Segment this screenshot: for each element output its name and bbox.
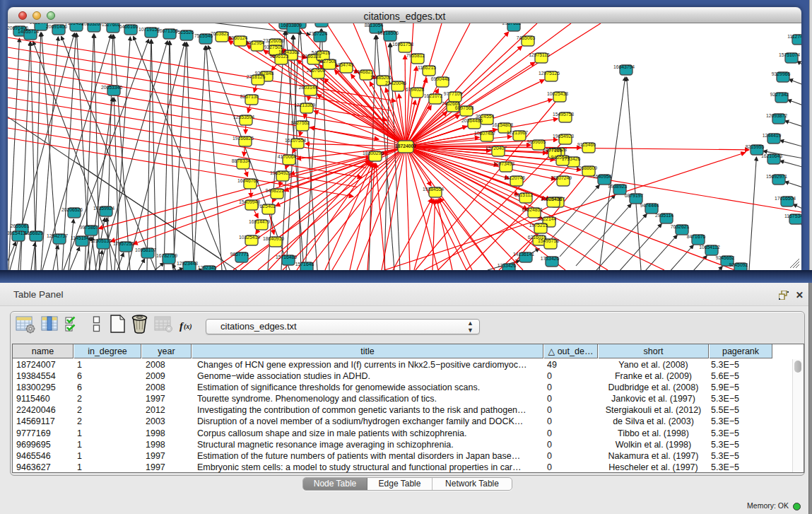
svg-text:16154808: 16154808: [492, 122, 513, 127]
svg-text:14055714: 14055714: [18, 29, 39, 34]
svg-text:1156829: 1156829: [25, 230, 43, 235]
svg-text:10958107: 10958107: [135, 247, 156, 252]
svg-text:16782759: 16782759: [156, 253, 177, 258]
svg-text:15751074: 15751074: [779, 52, 800, 57]
svg-text:9896123: 9896123: [270, 54, 289, 59]
svg-text:7625402: 7625402: [257, 204, 276, 209]
svg-text:19654923: 19654923: [270, 170, 291, 175]
svg-text:10025438: 10025438: [541, 197, 562, 201]
svg-text:1292345: 1292345: [198, 265, 217, 270]
svg-text:12505135: 12505135: [90, 238, 112, 243]
svg-text:9465546: 9465546: [551, 155, 570, 160]
svg-text:8427552: 8427552: [291, 120, 310, 125]
svg-text:6879197: 6879197: [625, 193, 644, 198]
svg-text:18807249: 18807249: [551, 175, 572, 180]
svg-text:1527602: 1527602: [102, 23, 121, 27]
svg-text:10025438: 10025438: [547, 91, 568, 96]
svg-text:9327505: 9327505: [264, 45, 283, 49]
svg-text:9146821: 9146821: [355, 69, 374, 74]
svg-text:1640954: 1640954: [593, 174, 612, 179]
svg-text:16914479: 16914479: [249, 219, 270, 224]
svg-text:7632621: 7632621: [671, 224, 690, 229]
svg-text:12942737: 12942737: [47, 233, 68, 238]
svg-text:18640910: 18640910: [263, 236, 284, 241]
svg-text:9245652: 9245652: [716, 255, 735, 260]
svg-text:5465416: 5465416: [312, 50, 331, 55]
svg-text:20053346: 20053346: [101, 85, 122, 90]
svg-text:7485063: 7485063: [517, 35, 536, 40]
svg-text:18524851: 18524851: [522, 207, 543, 212]
svg-text:19218506: 19218506: [377, 30, 399, 35]
svg-text:19654923: 19654923: [553, 134, 574, 139]
svg-text:16961758: 16961758: [392, 42, 413, 47]
svg-text:9777169: 9777169: [543, 148, 563, 153]
svg-text:15495758: 15495758: [553, 112, 574, 117]
svg-text:12353594: 12353594: [233, 115, 254, 119]
svg-text:8878334: 8878334: [232, 158, 251, 163]
svg-text:3915413: 3915413: [8, 230, 25, 235]
svg-text:1167534: 1167534: [784, 214, 801, 218]
svg-text:(x): (x): [184, 322, 192, 331]
svg-text:1186215: 1186215: [418, 65, 436, 70]
svg-text:7515526: 7515526: [175, 30, 194, 35]
svg-text:16033809: 16033809: [281, 23, 302, 28]
svg-text:14136141: 14136141: [513, 252, 534, 257]
svg-text:10807487: 10807487: [474, 131, 495, 136]
svg-text:4170064: 4170064: [278, 154, 297, 159]
svg-text:10853267: 10853267: [81, 23, 102, 26]
svg-text:2655061: 2655061: [11, 223, 30, 228]
svg-text:6794028: 6794028: [406, 87, 425, 92]
svg-text:23420046: 23420046: [385, 81, 406, 86]
svg-text:16107554: 16107554: [285, 138, 306, 143]
svg-text:16210643: 16210643: [761, 153, 782, 158]
svg-text:9498222: 9498222: [266, 188, 285, 193]
svg-text:15495758: 15495758: [538, 238, 559, 243]
svg-text:7663822: 7663822: [211, 31, 230, 36]
svg-text:8813054: 8813054: [365, 23, 384, 28]
svg-text:12213967: 12213967: [507, 130, 528, 135]
svg-text:1975215: 1975215: [529, 223, 548, 228]
svg-text:8912954: 8912954: [246, 40, 265, 45]
svg-text:1733426: 1733426: [541, 256, 560, 261]
svg-text:10654112: 10654112: [699, 245, 720, 250]
svg-text:16120746: 16120746: [504, 175, 525, 180]
svg-text:15692971: 15692971: [766, 174, 787, 179]
svg-text:9657771: 9657771: [230, 252, 249, 257]
svg-text:1112744: 1112744: [787, 34, 801, 39]
svg-text:18300295: 18300295: [363, 151, 384, 156]
svg-text:2935114: 2935114: [655, 213, 673, 218]
svg-text:23226058: 23226058: [263, 38, 284, 43]
svg-text:15720407: 15720407: [486, 146, 507, 151]
svg-text:16643794: 16643794: [613, 64, 635, 69]
svg-text:9474444: 9474444: [640, 203, 659, 208]
svg-text:9699695: 9699695: [527, 139, 546, 144]
svg-text:12975115: 12975115: [529, 52, 550, 57]
svg-text:9115460: 9115460: [577, 142, 596, 147]
svg-text:16046766: 16046766: [237, 178, 259, 183]
svg-text:8938923: 8938923: [608, 184, 628, 189]
svg-text:2803144: 2803144: [299, 85, 318, 90]
svg-text:8471676: 8471676: [687, 234, 706, 239]
svg-text:12923448: 12923448: [177, 261, 198, 266]
svg-text:10688609: 10688609: [576, 165, 597, 170]
svg-text:1733426: 1733426: [498, 263, 517, 268]
svg-text:6466160: 6466160: [119, 24, 139, 29]
svg-text:9329966: 9329966: [772, 71, 791, 76]
svg-text:10973493: 10973493: [493, 161, 514, 166]
svg-text:3624554: 3624554: [476, 114, 495, 119]
svg-text:9245092: 9245092: [729, 262, 748, 267]
svg-text:17957255: 17957255: [113, 241, 134, 246]
svg-text:17359924: 17359924: [93, 206, 114, 211]
svg-text:2987682: 2987682: [502, 23, 522, 25]
svg-text:9327508: 9327508: [318, 59, 337, 64]
svg-text:15716485: 15716485: [276, 255, 297, 259]
svg-text:1244419: 1244419: [763, 133, 782, 138]
svg-text:7955812: 7955812: [406, 53, 425, 58]
svg-text:20691406: 20691406: [46, 24, 67, 29]
svg-text:6897568: 6897568: [455, 105, 474, 110]
svg-text:8454749: 8454749: [335, 62, 354, 67]
svg-text:8960124: 8960124: [229, 35, 248, 40]
svg-text:6990448: 6990448: [431, 76, 450, 81]
svg-text:19166825: 19166825: [233, 136, 254, 141]
svg-text:2718126: 2718126: [247, 74, 266, 79]
